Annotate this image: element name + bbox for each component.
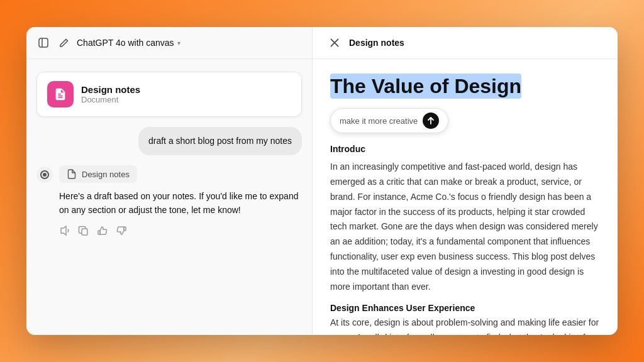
tooltip-text: make it more creative	[340, 116, 418, 126]
doc-info: Design notes Document	[81, 84, 140, 104]
svg-rect-6	[124, 227, 126, 231]
tooltip-send-button[interactable]	[423, 112, 439, 129]
main-heading: The Value of Design	[330, 74, 600, 98]
left-content: Design notes Document draft a short blog…	[26, 59, 312, 335]
intro-label: Introduc	[330, 144, 365, 154]
thumbs-down-icon[interactable]	[116, 225, 127, 236]
doc-icon	[47, 81, 74, 107]
assistant-avatar	[36, 167, 53, 183]
user-message-text: draft a short blog post from my notes	[148, 136, 292, 146]
model-selector[interactable]: ChatGPT 4o with canvas ▾	[77, 38, 180, 48]
doc-title: Design notes	[81, 84, 140, 95]
heading-highlight: The Value of Design	[330, 74, 521, 99]
intro-section: Introduc In an increasingly competitive …	[330, 142, 600, 294]
user-message-bubble: draft a short blog post from my notes	[138, 127, 302, 155]
svg-rect-4	[82, 229, 87, 235]
svg-marker-3	[61, 226, 66, 235]
audio-icon[interactable]	[59, 225, 70, 236]
right-header: Design notes	[313, 27, 618, 59]
section-2: Design Enhances User Experience At its c…	[330, 303, 600, 335]
tooltip-bar: make it more creative	[330, 108, 448, 133]
model-name: ChatGPT 4o with canvas	[77, 38, 174, 48]
close-button[interactable]	[328, 36, 341, 50]
document-card: Design notes Document	[36, 72, 302, 117]
right-panel-title: Design notes	[349, 38, 404, 48]
doc-subtitle: Document	[81, 95, 140, 104]
svg-rect-0	[39, 38, 48, 47]
app-window: ChatGPT 4o with canvas ▾ Design notes Do…	[26, 27, 618, 335]
paragraph-2: At its core, design is about problem-sol…	[330, 315, 600, 335]
svg-rect-5	[98, 231, 100, 234]
action-row	[59, 225, 302, 236]
edit-icon[interactable]	[57, 36, 70, 50]
assistant-response: Design notes Here's a draft based on you…	[36, 165, 302, 236]
assistant-text: Here's a draft based on your notes. If y…	[59, 189, 302, 217]
left-header: ChatGPT 4o with canvas ▾	[26, 27, 312, 59]
sidebar-toggle-icon[interactable]	[36, 36, 50, 50]
assistant-body: Design notes Here's a draft based on you…	[59, 165, 302, 236]
notes-ref-label: Design notes	[82, 170, 130, 179]
right-panel: Design notes The Value of Design make it…	[313, 27, 618, 335]
design-notes-ref: Design notes	[59, 165, 137, 183]
thumbs-up-icon[interactable]	[97, 225, 108, 236]
right-content: The Value of Design make it more creativ…	[313, 59, 618, 335]
chevron-down-icon: ▾	[177, 40, 180, 47]
paragraph-1: In an increasingly competitive and fast-…	[330, 160, 600, 294]
left-panel: ChatGPT 4o with canvas ▾ Design notes Do…	[26, 27, 313, 335]
section2-heading: Design Enhances User Experience	[330, 303, 600, 313]
copy-icon[interactable]	[78, 225, 89, 236]
